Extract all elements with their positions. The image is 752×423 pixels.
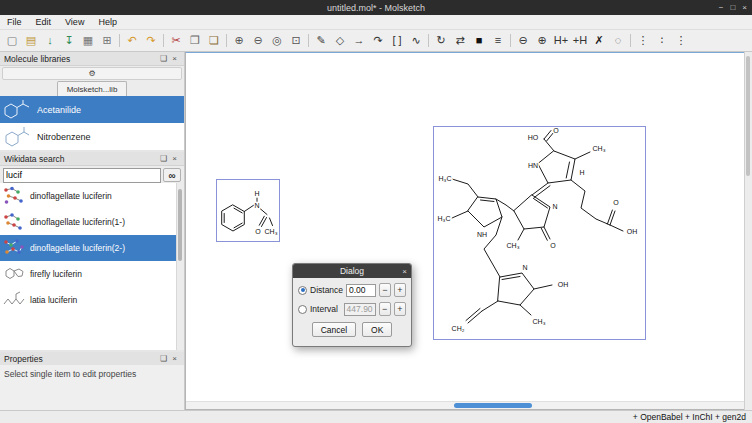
print-icon[interactable]: ⊞ [98,32,116,49]
mechanism-arrow-tool-icon[interactable]: ↷ [369,32,387,49]
molecule-selection-luciferin[interactable]: O HO CH₃ HN H H₃C NH H₃C CH₃ N O O OH N … [433,126,646,340]
dialog-close-button[interactable]: × [402,264,407,278]
save-icon[interactable]: ↓ [41,32,59,49]
close-dock-icon[interactable]: × [169,154,180,163]
open-file-icon[interactable]: ▤ [22,32,40,49]
lasso-tool-icon[interactable]: ◌ [609,32,627,49]
window-close-button[interactable]: × [742,3,747,12]
canvas-vertical-scrollbar-thumb[interactable] [746,56,750,176]
charge-minus-tool-icon[interactable]: ⊖ [514,32,532,49]
distance-increment-button[interactable]: + [394,283,406,297]
molecule-libraries-dock: Molecule libraries ❏ × ⚙ Molsketch...lib [0,52,184,150]
remove-hydrogen-tool-icon[interactable]: +H [571,32,589,49]
molecule-libraries-header: Molecule libraries ❏ × [0,52,184,66]
delete-tool-icon[interactable]: ✗ [590,32,608,49]
line-width-tool-icon[interactable]: ≡ [489,32,507,49]
wikidata-search-button[interactable]: ∞ [163,168,181,182]
atom-label: H [254,190,259,197]
new-file-icon[interactable]: ▢ [3,32,21,49]
canvas-horizontal-scrollbar-thumb[interactable] [454,403,532,408]
distance-interval-dialog: Dialog × Distance 0.00 − + Interval 447.… [292,263,412,347]
menu-help[interactable]: Help [91,15,124,29]
toolbar-separator [428,34,429,47]
distance-value-field[interactable]: 0.00 [346,284,376,297]
electrons-tool-icon[interactable]: ⋮ [634,32,652,49]
sidebar: Molecule libraries ❏ × ⚙ Molsketch...lib [0,52,185,410]
radical-tool-icon[interactable]: ⋮ [672,32,690,49]
window-maximize-button[interactable]: □ [730,3,735,12]
charge-plus-tool-icon[interactable]: ⊕ [533,32,551,49]
zoom-out-icon[interactable]: ⊖ [249,32,267,49]
wikidata-item-2[interactable]: dinoflagellate luciferin(2-) [0,235,177,261]
atom-label: OH [627,228,638,235]
menu-bar: File Edit View Help [0,15,752,30]
copy-icon[interactable]: ❐ [186,32,204,49]
distance-radio[interactable] [298,286,307,295]
interval-increment-button[interactable]: + [394,302,406,316]
ring-tool-icon[interactable]: ◇ [331,32,349,49]
float-dock-icon[interactable]: ❏ [158,54,169,63]
wikidata-item-4[interactable]: latia luciferin [0,287,177,313]
cut-icon[interactable]: ✂ [167,32,185,49]
wikidata-search-input[interactable] [3,168,161,183]
library-item-nitrobenzene[interactable]: Nitrobenzene [0,123,184,150]
drawing-canvas[interactable]: H N O CH₃ [185,52,745,410]
wikidata-item-1[interactable]: dinoflagellate luciferin(1-) [0,209,177,235]
library-tabbar: Molsketch...lib [0,81,184,97]
menu-view[interactable]: View [58,15,91,29]
color-tool-icon[interactable]: ■ [470,32,488,49]
wikidata-item-0[interactable]: dinoflagellate luciferin [0,183,177,209]
wikidata-search-bar: ∞ [0,166,184,184]
scatter-thumbnail-icon [2,185,26,207]
interval-value-field[interactable]: 447.90 [344,303,376,316]
dialog-buttons: Cancel OK [298,322,406,337]
molecule-thumbnail-icon [3,125,33,148]
undo-icon[interactable]: ↶ [123,32,141,49]
window-minimize-button[interactable]: − [719,3,724,12]
interval-radio[interactable] [298,305,307,314]
close-dock-icon[interactable]: × [169,354,180,363]
zoom-in-icon[interactable]: ⊕ [230,32,248,49]
bracket-tool-icon[interactable]: [ ] [388,32,406,49]
lone-pair-tool-icon[interactable]: ∶ [653,32,671,49]
dialog-titlebar[interactable]: Dialog × [293,264,411,278]
distance-decrement-button[interactable]: − [379,283,391,297]
wikidata-item-3[interactable]: firefly luciferin [0,261,177,287]
properties-title: Properties [4,354,43,364]
library-item-acetanilide[interactable]: Acetanilide [0,96,184,123]
library-tab[interactable]: Molsketch...lib [57,81,128,96]
menu-file[interactable]: File [0,15,29,29]
canvas-horizontal-scrollbar[interactable] [186,401,744,409]
menu-edit[interactable]: Edit [29,15,59,29]
ok-button[interactable]: OK [362,322,392,337]
library-settings-button[interactable]: ⚙ [2,67,182,80]
toolbar-separator [119,34,120,47]
wikidata-list-scrollbar-thumb[interactable] [178,189,182,261]
float-dock-icon[interactable]: ❏ [158,154,169,163]
draw-tool-icon[interactable]: ✎ [312,32,330,49]
save-as-icon[interactable]: ↧ [60,32,78,49]
zoom-fit-icon[interactable]: ⊡ [287,32,305,49]
export-image-icon[interactable]: ▦ [79,32,97,49]
rotate-tool-icon[interactable]: ↻ [432,32,450,49]
interval-decrement-button[interactable]: − [379,302,391,316]
zoom-original-icon[interactable]: ◎ [268,32,286,49]
molecule-selection-acetanilide[interactable]: H N O CH₃ [216,179,280,242]
paste-icon[interactable]: ❏ [205,32,223,49]
close-dock-icon[interactable]: × [169,54,180,63]
wikidata-result-list: dinoflagellate luciferin dinoflagellate … [0,183,177,350]
toolbar-separator [510,34,511,47]
wikidata-list-scrollbar[interactable] [176,183,184,350]
canvas-vertical-scrollbar[interactable] [744,52,752,410]
wikidata-search-title: Wikidata search [4,154,64,164]
flip-tool-icon[interactable]: ⇄ [451,32,469,49]
chain-tool-icon[interactable]: ∿ [407,32,425,49]
float-dock-icon[interactable]: ❏ [158,354,169,363]
add-hydrogen-tool-icon[interactable]: H+ [552,32,570,49]
structure-thumbnail-icon [2,263,26,285]
atom-label: HN [528,162,538,169]
reaction-arrow-tool-icon[interactable]: → [350,32,368,49]
redo-icon[interactable]: ↷ [142,32,160,49]
cancel-button[interactable]: Cancel [312,322,356,337]
atom-label: HO [528,134,539,141]
